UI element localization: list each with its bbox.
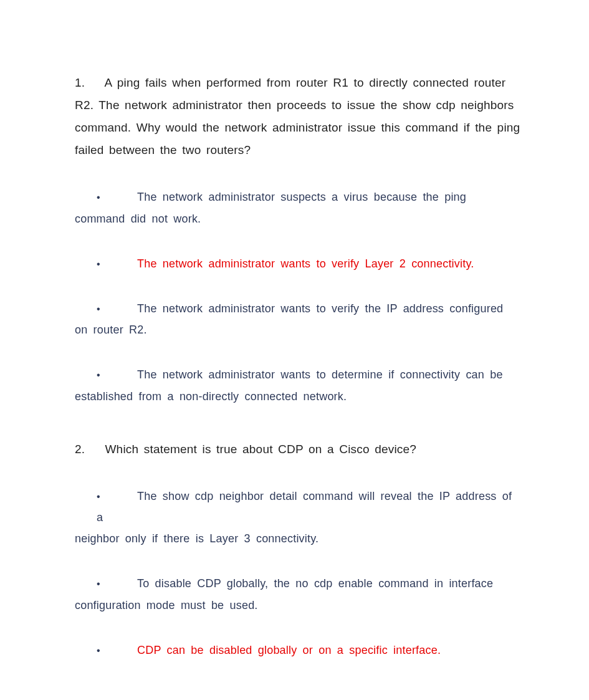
answer-list: The network administrator suspects a vir… — [75, 186, 520, 406]
question-text: 2. Which statement is true about CDP on … — [75, 438, 520, 461]
answer-text-cont: on router R2. — [75, 319, 520, 340]
answer-option: The network administrator suspects a vir… — [97, 186, 520, 229]
bullet-icon — [97, 298, 137, 319]
answer-option: The network administrator wants to verif… — [97, 253, 520, 274]
question-block: 1. A ping fails when performed from rout… — [75, 72, 520, 407]
bullet-icon — [97, 573, 137, 594]
answer-text-cont: configuration mode must be used. — [75, 595, 520, 616]
answer-text: The network administrator suspects a vir… — [137, 191, 466, 203]
answer-text: To disable CDP globally, the no cdp enab… — [137, 577, 493, 590]
bullet-icon — [97, 640, 137, 661]
answer-option: The network administrator wants to deter… — [97, 364, 520, 406]
question-number: 1. — [75, 72, 100, 94]
document-page: 1. A ping fails when performed from rout… — [0, 0, 589, 700]
question-number: 2. — [75, 438, 100, 461]
answer-text-cont: established from a non-directly connecte… — [75, 386, 520, 407]
answer-text: The network administrator wants to deter… — [137, 368, 503, 381]
answer-option: The show cdp neighbor detail command wil… — [97, 486, 520, 550]
question-body: A ping fails when performed from router … — [75, 76, 520, 156]
answer-text-cont: neighbor only if there is Layer 3 connec… — [75, 528, 520, 549]
bullet-icon — [97, 186, 137, 208]
answer-text: CDP can be disabled globally or on a spe… — [137, 644, 441, 656]
bullet-icon — [97, 486, 137, 507]
answer-option: The network administrator wants to verif… — [97, 298, 520, 340]
bullet-icon — [97, 364, 137, 385]
question-body: Which statement is true about CDP on a C… — [105, 443, 416, 456]
answer-text-cont: command did not work. — [75, 208, 520, 229]
answer-option: To disable CDP globally, the no cdp enab… — [97, 573, 520, 615]
answer-text: The network administrator wants to verif… — [137, 302, 503, 315]
question-block: 2. Which statement is true about CDP on … — [75, 438, 520, 661]
answer-list: The show cdp neighbor detail command wil… — [75, 486, 520, 661]
bullet-icon — [97, 253, 137, 274]
question-text: 1. A ping fails when performed from rout… — [75, 72, 520, 161]
answer-option: CDP can be disabled globally or on a spe… — [97, 640, 520, 661]
answer-text: The network administrator wants to verif… — [137, 257, 474, 270]
answer-text: The show cdp neighbor detail command wil… — [97, 490, 512, 524]
